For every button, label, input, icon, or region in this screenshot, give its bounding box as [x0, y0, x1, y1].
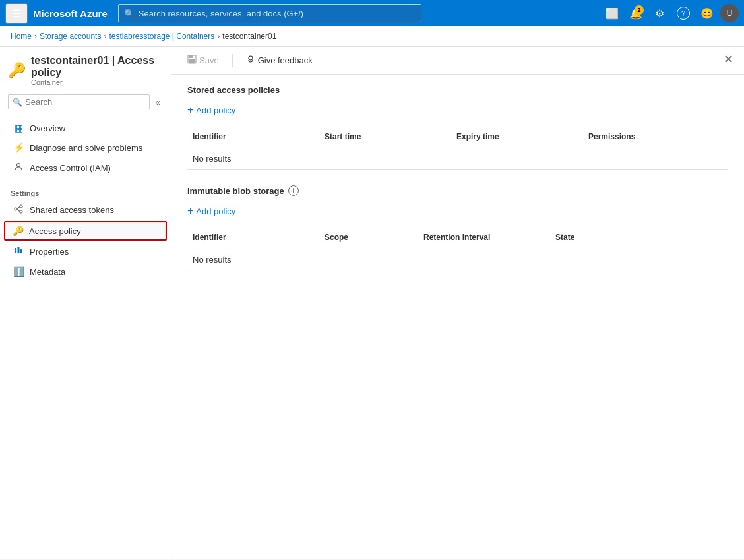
- sidebar-item-metadata-label: Metadata: [30, 267, 65, 277]
- immutable-table-divider: [187, 270, 728, 270]
- avatar-initials: U: [727, 9, 733, 18]
- user-avatar[interactable]: U: [720, 4, 739, 22]
- svg-rect-7: [18, 247, 20, 253]
- sidebar-item-access-policy-label: Access policy: [29, 226, 81, 236]
- sidebar-resource-title: testcontainer01 | Access policy: [31, 55, 163, 78]
- svg-rect-10: [189, 55, 193, 58]
- stored-table-header: Identifier Start time Expiry time Permis…: [187, 125, 728, 148]
- sidebar-search-row: 🔍 «: [0, 92, 171, 115]
- gear-icon: ⚙: [655, 7, 664, 20]
- sidebar-item-overview-label: Overview: [30, 123, 65, 133]
- immutable-title: Immutable blob storage: [187, 186, 284, 196]
- sidebar-search-box[interactable]: 🔍: [8, 94, 150, 109]
- breadcrumb-sep-2: ›: [104, 32, 106, 41]
- help-button[interactable]: ?: [673, 3, 694, 24]
- notification-badge: 2: [635, 5, 644, 15]
- feedback-button[interactable]: 😊: [697, 3, 718, 24]
- close-icon: ✕: [724, 53, 733, 66]
- feedback-toolbar-icon: [246, 55, 255, 66]
- svg-point-3: [20, 210, 22, 213]
- svg-point-0: [17, 164, 20, 167]
- breadcrumb-storage-accounts[interactable]: Storage accounts: [40, 32, 101, 41]
- cloud-shell-button[interactable]: ⬜: [602, 3, 623, 24]
- add-immutable-policy-button[interactable]: + Add policy: [187, 204, 235, 218]
- global-search-box[interactable]: 🔍: [118, 4, 421, 22]
- svg-rect-8: [20, 249, 22, 253]
- stored-policies-title: Stored access policies: [187, 85, 728, 95]
- svg-line-5: [17, 210, 20, 212]
- global-search-icon: 🔍: [124, 9, 135, 18]
- stored-col-expiry-time: Expiry time: [451, 129, 583, 144]
- metadata-icon: ℹ️: [13, 266, 24, 277]
- cloud-shell-icon: ⬜: [605, 7, 619, 20]
- access-policy-icon: 🔑: [12, 226, 24, 236]
- add-immutable-policy-label: Add policy: [196, 206, 235, 216]
- stored-table-divider: [187, 169, 728, 170]
- sidebar-settings-label: Settings: [0, 181, 171, 200]
- notifications-button[interactable]: 🔔 2: [625, 3, 646, 24]
- sidebar-item-properties[interactable]: Properties: [0, 241, 171, 262]
- content-area: Save Give feedback ✕ Stored access polic…: [171, 47, 744, 559]
- give-feedback-button[interactable]: Give feedback: [241, 52, 318, 69]
- add-immutable-plus-icon: +: [187, 205, 193, 217]
- overview-icon: ▦: [13, 123, 24, 133]
- breadcrumb-sep-3: ›: [217, 32, 220, 41]
- key-icon: 🔑: [8, 62, 26, 79]
- toolbar-divider: [232, 54, 233, 67]
- immutable-table-header: Identifier Scope Retention interval Stat…: [187, 226, 728, 249]
- sidebar: 🔑 testcontainer01 | Access policy Contai…: [0, 47, 171, 559]
- add-stored-policy-label: Add policy: [196, 106, 235, 115]
- hamburger-menu-button[interactable]: ☰: [5, 3, 28, 24]
- immutable-col-retention: Retention interval: [418, 230, 550, 245]
- top-navigation: ☰ Microsoft Azure 🔍 ⬜ 🔔 2 ⚙ ? 😊 U: [0, 0, 744, 26]
- brand-logo: Microsoft Azure: [33, 8, 108, 19]
- stored-col-identifier: Identifier: [187, 129, 319, 144]
- sidebar-nav: ▦ Overview ⚡ Diagnose and solve problems…: [0, 115, 171, 284]
- sidebar-item-access-policy[interactable]: 🔑 Access policy: [4, 221, 167, 241]
- sidebar-item-shared-access[interactable]: Shared access tokens: [0, 200, 171, 220]
- close-button[interactable]: ✕: [724, 52, 733, 67]
- global-search-input[interactable]: [139, 9, 416, 18]
- feedback-toolbar-label: Give feedback: [258, 55, 313, 65]
- sidebar-collapse-button[interactable]: «: [152, 96, 163, 109]
- help-icon: ?: [677, 7, 690, 20]
- immutable-col-scope: Scope: [319, 230, 418, 245]
- immutable-col-state: State: [550, 230, 728, 245]
- breadcrumb-current: testcontainer01: [222, 32, 276, 41]
- immutable-policies-table: Identifier Scope Retention interval Stat…: [187, 226, 728, 270]
- diagnose-icon: ⚡: [13, 142, 24, 153]
- add-stored-policy-plus-icon: +: [187, 104, 193, 116]
- sidebar-search-icon: 🔍: [13, 98, 22, 107]
- sidebar-item-iam-label: Access Control (IAM): [30, 163, 111, 173]
- save-label: Save: [199, 55, 219, 65]
- sidebar-item-metadata[interactable]: ℹ️ Metadata: [0, 262, 171, 282]
- add-stored-policy-button[interactable]: + Add policy: [187, 103, 235, 117]
- sidebar-item-iam[interactable]: Access Control (IAM): [0, 158, 171, 178]
- sidebar-item-shared-access-label: Shared access tokens: [30, 205, 114, 215]
- sidebar-resource-type: Container: [31, 78, 163, 86]
- save-button[interactable]: Save: [182, 52, 224, 69]
- sidebar-header: 🔑 testcontainer01 | Access policy Contai…: [0, 47, 171, 92]
- immutable-table-no-results: No results: [187, 249, 728, 270]
- settings-button[interactable]: ⚙: [649, 3, 670, 24]
- feedback-icon: 😊: [700, 7, 714, 20]
- sidebar-search-input[interactable]: [25, 97, 145, 107]
- sidebar-title-block: testcontainer01 | Access policy Containe…: [31, 55, 163, 86]
- sidebar-item-diagnose[interactable]: ⚡ Diagnose and solve problems: [0, 138, 171, 158]
- shared-access-icon: [13, 204, 24, 216]
- iam-icon: [13, 162, 24, 173]
- save-icon: [187, 55, 197, 66]
- stored-col-start-time: Start time: [319, 129, 451, 144]
- sidebar-item-properties-label: Properties: [30, 247, 69, 257]
- immutable-info-icon[interactable]: i: [288, 185, 299, 196]
- top-nav-icon-group: ⬜ 🔔 2 ⚙ ? 😊 U: [602, 3, 739, 24]
- svg-point-2: [20, 205, 22, 208]
- sidebar-item-overview[interactable]: ▦ Overview: [0, 118, 171, 138]
- breadcrumb: Home › Storage accounts › testlabresstor…: [0, 26, 744, 47]
- svg-rect-6: [15, 248, 16, 253]
- properties-icon: [13, 246, 24, 257]
- svg-point-1: [15, 208, 17, 210]
- breadcrumb-containers[interactable]: testlabresstorage | Containers: [109, 32, 214, 41]
- breadcrumb-home[interactable]: Home: [11, 32, 32, 41]
- svg-point-12: [249, 56, 253, 60]
